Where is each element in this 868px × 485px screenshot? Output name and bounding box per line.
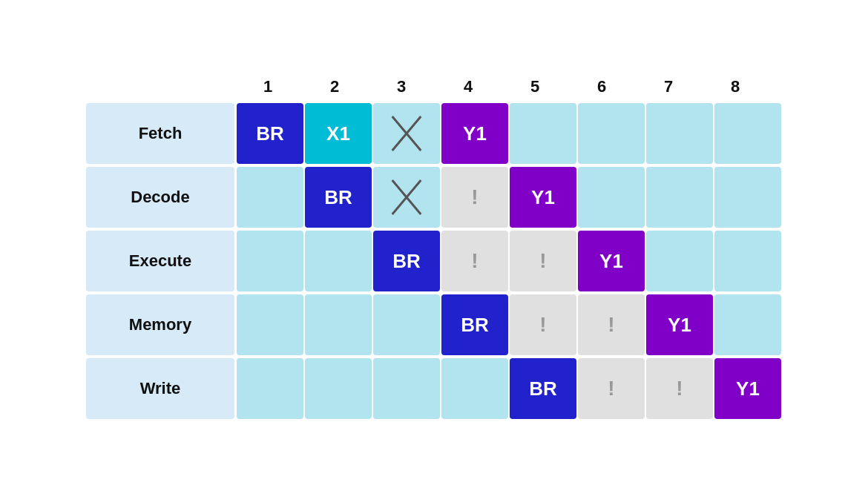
cell-r3-c7 bbox=[714, 294, 781, 355]
cell-r0-c0: BR bbox=[237, 103, 303, 164]
grid: 12345678 FetchBRX1Y1DecodeBR!Y1ExecuteBR… bbox=[86, 77, 782, 421]
cell-r0-c3: Y1 bbox=[441, 103, 508, 164]
cell-r1-c0 bbox=[237, 167, 303, 228]
row-label-memory: Memory bbox=[86, 294, 234, 355]
header-row: 12345678 bbox=[86, 77, 782, 102]
cycle-header-8: 8 bbox=[702, 77, 769, 102]
cell-r2-c2: BR bbox=[373, 231, 440, 291]
cell-r2-c0 bbox=[237, 231, 303, 291]
row-label-fetch: Fetch bbox=[86, 103, 234, 164]
row-label-write: Write bbox=[86, 358, 234, 419]
cycle-header-7: 7 bbox=[635, 77, 702, 102]
pipeline-row-write: WriteBR!!Y1 bbox=[86, 357, 782, 420]
cell-r4-c3 bbox=[441, 358, 508, 419]
cell-r0-c2 bbox=[373, 103, 440, 164]
cycle-header-5: 5 bbox=[502, 77, 568, 102]
cell-r2-c3: ! bbox=[441, 231, 508, 291]
pipeline-row-memory: MemoryBR!!Y1 bbox=[86, 294, 782, 356]
cell-r3-c0 bbox=[237, 294, 303, 355]
cycle-header-2: 2 bbox=[301, 77, 368, 102]
cell-r1-c6 bbox=[646, 167, 713, 228]
cell-r0-c5 bbox=[578, 103, 645, 164]
cell-r4-c2 bbox=[373, 358, 440, 419]
cell-r4-c1 bbox=[305, 358, 372, 419]
cell-r0-c1: X1 bbox=[305, 103, 372, 164]
cell-r2-c7 bbox=[714, 231, 781, 291]
cell-r4-c7: Y1 bbox=[714, 358, 781, 419]
cell-r3-c2 bbox=[373, 294, 440, 355]
cell-r1-c5 bbox=[578, 167, 645, 228]
cell-r3-c3: BR bbox=[441, 294, 508, 355]
cell-r2-c1 bbox=[305, 231, 372, 291]
cell-r3-c5: ! bbox=[578, 294, 645, 355]
pipeline-row-execute: ExecuteBR!!Y1 bbox=[86, 230, 782, 292]
row-label-decode: Decode bbox=[86, 167, 234, 228]
cell-r1-c1: BR bbox=[305, 167, 372, 228]
cell-r3-c4: ! bbox=[510, 294, 576, 355]
cycle-header-3: 3 bbox=[368, 77, 435, 102]
cell-r4-c6: ! bbox=[646, 358, 713, 419]
pipeline-diagram: 12345678 FetchBRX1Y1DecodeBR!Y1ExecuteBR… bbox=[86, 64, 782, 421]
cell-r4-c4: BR bbox=[510, 358, 576, 419]
cell-r1-c3: ! bbox=[441, 167, 508, 228]
cell-r0-c4 bbox=[510, 103, 576, 164]
pipeline-row-decode: DecodeBR!Y1 bbox=[86, 166, 782, 228]
pipeline-row-fetch: FetchBRX1Y1 bbox=[86, 102, 782, 165]
cell-r1-c7 bbox=[714, 167, 781, 228]
cell-r1-c2 bbox=[373, 167, 440, 228]
cycle-header-1: 1 bbox=[234, 77, 301, 102]
cell-r4-c0 bbox=[237, 358, 303, 419]
cell-r0-c6 bbox=[646, 103, 713, 164]
cell-r0-c7 bbox=[714, 103, 781, 164]
cycle-header-4: 4 bbox=[435, 77, 502, 102]
cell-r2-c6 bbox=[646, 231, 713, 291]
cell-r1-c4: Y1 bbox=[510, 167, 576, 228]
cell-r2-c4: ! bbox=[510, 231, 576, 291]
cycle-header-6: 6 bbox=[568, 77, 635, 102]
cell-r2-c5: Y1 bbox=[578, 231, 645, 291]
cell-r3-c6: Y1 bbox=[646, 294, 713, 355]
row-label-execute: Execute bbox=[86, 231, 234, 291]
cell-r3-c1 bbox=[305, 294, 372, 355]
cell-r4-c5: ! bbox=[578, 358, 645, 419]
